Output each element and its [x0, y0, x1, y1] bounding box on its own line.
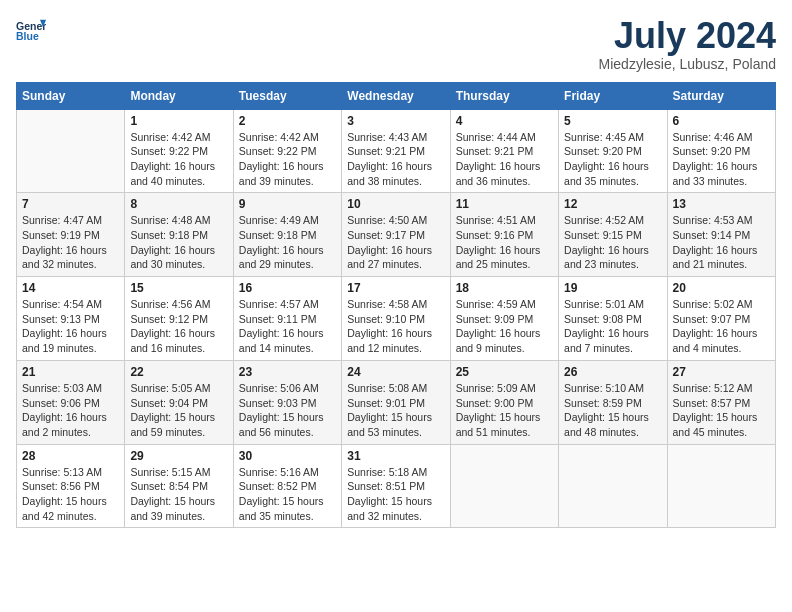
- day-info: Sunrise: 4:47 AM Sunset: 9:19 PM Dayligh…: [22, 213, 119, 272]
- week-row-2: 7Sunrise: 4:47 AM Sunset: 9:19 PM Daylig…: [17, 193, 776, 277]
- calendar-cell: 21Sunrise: 5:03 AM Sunset: 9:06 PM Dayli…: [17, 360, 125, 444]
- day-info: Sunrise: 4:42 AM Sunset: 9:22 PM Dayligh…: [130, 130, 227, 189]
- day-number: 26: [564, 365, 661, 379]
- day-number: 12: [564, 197, 661, 211]
- day-number: 27: [673, 365, 770, 379]
- calendar-header-row: SundayMondayTuesdayWednesdayThursdayFrid…: [17, 82, 776, 109]
- day-number: 15: [130, 281, 227, 295]
- day-info: Sunrise: 4:48 AM Sunset: 9:18 PM Dayligh…: [130, 213, 227, 272]
- weekday-header-sunday: Sunday: [17, 82, 125, 109]
- day-number: 28: [22, 449, 119, 463]
- calendar-cell: 24Sunrise: 5:08 AM Sunset: 9:01 PM Dayli…: [342, 360, 450, 444]
- calendar-cell: 2Sunrise: 4:42 AM Sunset: 9:22 PM Daylig…: [233, 109, 341, 193]
- weekday-header-monday: Monday: [125, 82, 233, 109]
- calendar-cell: [667, 444, 775, 528]
- calendar-cell: 27Sunrise: 5:12 AM Sunset: 8:57 PM Dayli…: [667, 360, 775, 444]
- day-info: Sunrise: 4:59 AM Sunset: 9:09 PM Dayligh…: [456, 297, 553, 356]
- day-info: Sunrise: 5:01 AM Sunset: 9:08 PM Dayligh…: [564, 297, 661, 356]
- calendar-cell: 22Sunrise: 5:05 AM Sunset: 9:04 PM Dayli…: [125, 360, 233, 444]
- day-info: Sunrise: 4:56 AM Sunset: 9:12 PM Dayligh…: [130, 297, 227, 356]
- weekday-header-tuesday: Tuesday: [233, 82, 341, 109]
- day-number: 10: [347, 197, 444, 211]
- day-info: Sunrise: 4:50 AM Sunset: 9:17 PM Dayligh…: [347, 213, 444, 272]
- calendar-cell: 8Sunrise: 4:48 AM Sunset: 9:18 PM Daylig…: [125, 193, 233, 277]
- calendar-cell: 14Sunrise: 4:54 AM Sunset: 9:13 PM Dayli…: [17, 277, 125, 361]
- day-number: 13: [673, 197, 770, 211]
- day-info: Sunrise: 4:43 AM Sunset: 9:21 PM Dayligh…: [347, 130, 444, 189]
- calendar-cell: 31Sunrise: 5:18 AM Sunset: 8:51 PM Dayli…: [342, 444, 450, 528]
- day-info: Sunrise: 5:02 AM Sunset: 9:07 PM Dayligh…: [673, 297, 770, 356]
- day-number: 1: [130, 114, 227, 128]
- calendar-cell: 9Sunrise: 4:49 AM Sunset: 9:18 PM Daylig…: [233, 193, 341, 277]
- day-number: 3: [347, 114, 444, 128]
- day-number: 31: [347, 449, 444, 463]
- calendar-cell: 3Sunrise: 4:43 AM Sunset: 9:21 PM Daylig…: [342, 109, 450, 193]
- week-row-3: 14Sunrise: 4:54 AM Sunset: 9:13 PM Dayli…: [17, 277, 776, 361]
- calendar-cell: 5Sunrise: 4:45 AM Sunset: 9:20 PM Daylig…: [559, 109, 667, 193]
- day-number: 20: [673, 281, 770, 295]
- day-info: Sunrise: 4:45 AM Sunset: 9:20 PM Dayligh…: [564, 130, 661, 189]
- calendar-cell: [17, 109, 125, 193]
- day-info: Sunrise: 5:10 AM Sunset: 8:59 PM Dayligh…: [564, 381, 661, 440]
- day-number: 19: [564, 281, 661, 295]
- calendar-cell: 6Sunrise: 4:46 AM Sunset: 9:20 PM Daylig…: [667, 109, 775, 193]
- calendar-cell: 30Sunrise: 5:16 AM Sunset: 8:52 PM Dayli…: [233, 444, 341, 528]
- day-info: Sunrise: 4:53 AM Sunset: 9:14 PM Dayligh…: [673, 213, 770, 272]
- weekday-header-thursday: Thursday: [450, 82, 558, 109]
- day-number: 8: [130, 197, 227, 211]
- day-info: Sunrise: 5:06 AM Sunset: 9:03 PM Dayligh…: [239, 381, 336, 440]
- weekday-header-saturday: Saturday: [667, 82, 775, 109]
- calendar-cell: 11Sunrise: 4:51 AM Sunset: 9:16 PM Dayli…: [450, 193, 558, 277]
- calendar-cell: 7Sunrise: 4:47 AM Sunset: 9:19 PM Daylig…: [17, 193, 125, 277]
- week-row-4: 21Sunrise: 5:03 AM Sunset: 9:06 PM Dayli…: [17, 360, 776, 444]
- day-number: 7: [22, 197, 119, 211]
- day-number: 6: [673, 114, 770, 128]
- calendar-cell: 28Sunrise: 5:13 AM Sunset: 8:56 PM Dayli…: [17, 444, 125, 528]
- calendar-table: SundayMondayTuesdayWednesdayThursdayFrid…: [16, 82, 776, 529]
- calendar-cell: 25Sunrise: 5:09 AM Sunset: 9:00 PM Dayli…: [450, 360, 558, 444]
- day-info: Sunrise: 5:09 AM Sunset: 9:00 PM Dayligh…: [456, 381, 553, 440]
- day-number: 22: [130, 365, 227, 379]
- week-row-1: 1Sunrise: 4:42 AM Sunset: 9:22 PM Daylig…: [17, 109, 776, 193]
- day-info: Sunrise: 4:46 AM Sunset: 9:20 PM Dayligh…: [673, 130, 770, 189]
- day-info: Sunrise: 5:13 AM Sunset: 8:56 PM Dayligh…: [22, 465, 119, 524]
- day-info: Sunrise: 5:16 AM Sunset: 8:52 PM Dayligh…: [239, 465, 336, 524]
- page-header: General Blue General Blue July 2024 Mied…: [16, 16, 776, 72]
- title-block: July 2024 Miedzylesie, Lubusz, Poland: [599, 16, 776, 72]
- calendar-cell: [559, 444, 667, 528]
- calendar-cell: 26Sunrise: 5:10 AM Sunset: 8:59 PM Dayli…: [559, 360, 667, 444]
- day-number: 11: [456, 197, 553, 211]
- calendar-cell: 1Sunrise: 4:42 AM Sunset: 9:22 PM Daylig…: [125, 109, 233, 193]
- day-info: Sunrise: 5:03 AM Sunset: 9:06 PM Dayligh…: [22, 381, 119, 440]
- day-info: Sunrise: 4:49 AM Sunset: 9:18 PM Dayligh…: [239, 213, 336, 272]
- calendar-cell: 16Sunrise: 4:57 AM Sunset: 9:11 PM Dayli…: [233, 277, 341, 361]
- day-info: Sunrise: 5:12 AM Sunset: 8:57 PM Dayligh…: [673, 381, 770, 440]
- day-info: Sunrise: 4:44 AM Sunset: 9:21 PM Dayligh…: [456, 130, 553, 189]
- day-info: Sunrise: 5:08 AM Sunset: 9:01 PM Dayligh…: [347, 381, 444, 440]
- calendar-cell: [450, 444, 558, 528]
- day-number: 4: [456, 114, 553, 128]
- weekday-header-friday: Friday: [559, 82, 667, 109]
- calendar-cell: 13Sunrise: 4:53 AM Sunset: 9:14 PM Dayli…: [667, 193, 775, 277]
- day-info: Sunrise: 4:57 AM Sunset: 9:11 PM Dayligh…: [239, 297, 336, 356]
- day-info: Sunrise: 4:54 AM Sunset: 9:13 PM Dayligh…: [22, 297, 119, 356]
- day-number: 16: [239, 281, 336, 295]
- calendar-cell: 17Sunrise: 4:58 AM Sunset: 9:10 PM Dayli…: [342, 277, 450, 361]
- logo-icon: General Blue: [16, 16, 46, 46]
- location: Miedzylesie, Lubusz, Poland: [599, 56, 776, 72]
- calendar-cell: 18Sunrise: 4:59 AM Sunset: 9:09 PM Dayli…: [450, 277, 558, 361]
- calendar-cell: 4Sunrise: 4:44 AM Sunset: 9:21 PM Daylig…: [450, 109, 558, 193]
- day-info: Sunrise: 5:15 AM Sunset: 8:54 PM Dayligh…: [130, 465, 227, 524]
- calendar-cell: 12Sunrise: 4:52 AM Sunset: 9:15 PM Dayli…: [559, 193, 667, 277]
- logo: General Blue General Blue: [16, 16, 46, 46]
- day-number: 30: [239, 449, 336, 463]
- day-info: Sunrise: 4:58 AM Sunset: 9:10 PM Dayligh…: [347, 297, 444, 356]
- weekday-header-wednesday: Wednesday: [342, 82, 450, 109]
- calendar-cell: 19Sunrise: 5:01 AM Sunset: 9:08 PM Dayli…: [559, 277, 667, 361]
- day-number: 29: [130, 449, 227, 463]
- calendar-cell: 10Sunrise: 4:50 AM Sunset: 9:17 PM Dayli…: [342, 193, 450, 277]
- week-row-5: 28Sunrise: 5:13 AM Sunset: 8:56 PM Dayli…: [17, 444, 776, 528]
- calendar-cell: 23Sunrise: 5:06 AM Sunset: 9:03 PM Dayli…: [233, 360, 341, 444]
- calendar-cell: 20Sunrise: 5:02 AM Sunset: 9:07 PM Dayli…: [667, 277, 775, 361]
- day-info: Sunrise: 5:18 AM Sunset: 8:51 PM Dayligh…: [347, 465, 444, 524]
